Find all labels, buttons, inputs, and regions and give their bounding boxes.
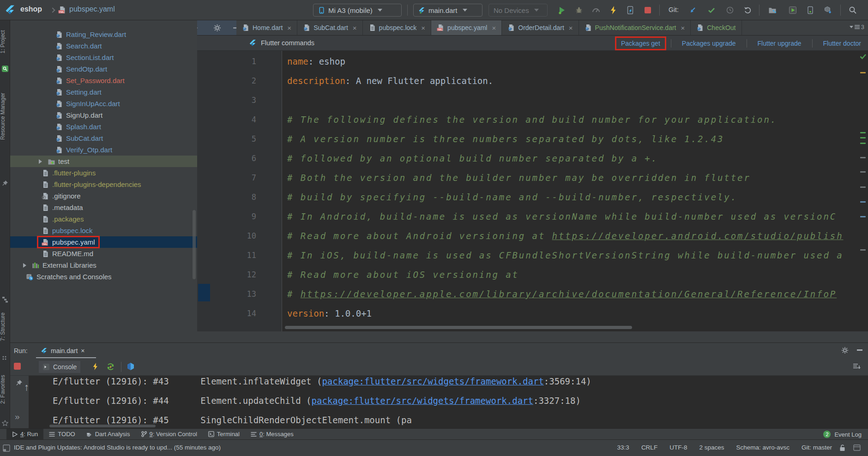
editor-tab[interactable]: SubCat.dart× bbox=[297, 20, 362, 35]
console-output[interactable]: E/flutter (12916): #43 Element.inflateWi… bbox=[29, 376, 868, 428]
code-link[interactable]: https://developer.apple.com/library/arch… bbox=[301, 289, 837, 299]
error-stripe-mark[interactable] bbox=[860, 72, 866, 73]
tree-item[interactable]: SubCat.dart bbox=[10, 132, 197, 144]
editor-tab[interactable]: YMLpubspec.yaml× bbox=[431, 20, 502, 35]
hot-reload-icon[interactable] bbox=[92, 362, 99, 371]
avd-manager-button[interactable] bbox=[823, 5, 833, 15]
tree-item[interactable]: Set_Password.dart bbox=[10, 75, 197, 86]
status-widget[interactable]: 2 spaces bbox=[699, 444, 724, 451]
tree-item[interactable]: Scratches and Consoles bbox=[10, 271, 197, 282]
close-icon[interactable]: × bbox=[353, 24, 357, 32]
error-stripe-mark[interactable] bbox=[860, 216, 866, 217]
tree-item[interactable]: Search.dart bbox=[10, 40, 197, 52]
stop-button[interactable] bbox=[14, 363, 21, 370]
stripe-favorites-icon[interactable] bbox=[2, 355, 8, 362]
error-stripe-mark[interactable] bbox=[860, 186, 866, 188]
resource-manager-icon[interactable] bbox=[2, 66, 8, 72]
editor-tab[interactable]: CheckOut bbox=[691, 20, 741, 35]
project-tree[interactable]: Rating_Review.dartSearch.dartSectionList… bbox=[10, 20, 197, 283]
search-everywhere-button[interactable] bbox=[848, 5, 858, 15]
tree-item[interactable]: External Libraries bbox=[10, 259, 197, 271]
tree-item[interactable]: SignUp.dart bbox=[10, 109, 197, 121]
gear-icon[interactable] bbox=[213, 24, 222, 32]
tree-item[interactable]: Verify_Otp.dart bbox=[10, 144, 197, 156]
tree-item[interactable]: YMLpubspec.yaml bbox=[10, 236, 197, 248]
hot-restart-icon[interactable] bbox=[106, 362, 115, 371]
error-stripe-mark[interactable] bbox=[860, 249, 866, 251]
close-icon[interactable]: × bbox=[681, 24, 685, 32]
scroll-to-end-icon[interactable] bbox=[852, 362, 861, 371]
stripe-pin-icon[interactable] bbox=[2, 180, 8, 186]
tree-item[interactable]: Setting.dart bbox=[10, 86, 197, 98]
breadcrumb-project[interactable]: eshop bbox=[20, 5, 42, 13]
close-icon[interactable]: × bbox=[81, 347, 84, 354]
tree-item[interactable]: .flutter-plugins bbox=[10, 167, 197, 179]
stack-trace-link[interactable]: package:flutter/src/widgets/framework.da… bbox=[322, 376, 543, 386]
profiler-button[interactable] bbox=[591, 5, 601, 15]
gear-icon[interactable] bbox=[841, 347, 849, 354]
stripe-star-icon[interactable] bbox=[2, 420, 8, 426]
run-button[interactable] bbox=[557, 5, 567, 15]
chevron-right-icon[interactable] bbox=[39, 159, 42, 164]
stack-trace-link[interactable]: package:flutter/src/widgets/framework.da… bbox=[312, 396, 533, 406]
console-tab[interactable]: Console bbox=[39, 361, 80, 373]
stripe-project-button[interactable]: 1: Project bbox=[0, 24, 11, 60]
run-anything-button[interactable] bbox=[788, 5, 798, 15]
status-widget[interactable]: 33:3 bbox=[617, 444, 629, 451]
tree-item[interactable]: .gitignore bbox=[10, 190, 197, 202]
status-message[interactable]: IDE and Plugin Updates: Android Studio i… bbox=[14, 444, 221, 451]
close-icon[interactable]: × bbox=[421, 24, 425, 32]
tree-item[interactable]: Splash.dart bbox=[10, 121, 197, 132]
hot-restart-button[interactable] bbox=[625, 5, 635, 15]
error-stripe-mark[interactable] bbox=[860, 171, 866, 173]
error-stripe-mark[interactable] bbox=[860, 143, 866, 144]
tool-window-button-dart-analysis[interactable]: Dart Analysis bbox=[81, 429, 136, 440]
debug-button[interactable] bbox=[574, 5, 584, 15]
tree-item[interactable]: pubspec.lock bbox=[10, 225, 197, 236]
hide-panel-icon[interactable] bbox=[857, 349, 862, 351]
error-stripe-mark[interactable] bbox=[860, 132, 866, 133]
flutter-action-link[interactable]: Flutter upgrade bbox=[753, 38, 806, 48]
flutter-action-link[interactable]: Packages get bbox=[617, 38, 664, 48]
git-commit-button[interactable] bbox=[706, 5, 717, 15]
editor-horizontal-scrollbar[interactable] bbox=[285, 326, 632, 329]
close-icon[interactable]: × bbox=[287, 24, 291, 32]
lock-icon[interactable] bbox=[839, 444, 846, 452]
tool-window-button-9-version-control[interactable]: 9: Version Control bbox=[136, 429, 203, 440]
more-options-chevrons[interactable]: » bbox=[15, 412, 20, 422]
rollback-button[interactable] bbox=[742, 5, 753, 15]
run-config-dropdown[interactable]: main.dart bbox=[413, 4, 482, 17]
stripe-favorites-button[interactable]: 2: Favorites bbox=[0, 366, 11, 414]
tool-window-switcher-icon[interactable] bbox=[3, 444, 10, 452]
code-link[interactable]: https://developer.android.com/studio/pub… bbox=[552, 231, 844, 241]
tree-scrollbar[interactable] bbox=[193, 210, 196, 279]
editor-tab[interactable]: Home.dart× bbox=[236, 20, 297, 35]
pin-icon[interactable] bbox=[16, 379, 23, 386]
tree-item[interactable]: SignInUpAcc.dart bbox=[10, 98, 197, 109]
stop-button[interactable] bbox=[643, 5, 653, 15]
flutter-action-link[interactable]: Flutter doctor bbox=[819, 38, 865, 48]
console-horizontal-scrollbar[interactable] bbox=[49, 425, 156, 427]
flutter-action-link[interactable]: Packages upgrade bbox=[678, 38, 740, 48]
stripe-resource-manager-button[interactable]: Resource Manager bbox=[0, 79, 11, 153]
tree-item[interactable]: SendOtp.dart bbox=[10, 63, 197, 75]
editor-error-stripe[interactable] bbox=[858, 51, 868, 331]
project-structure-button[interactable] bbox=[767, 5, 778, 15]
close-icon[interactable]: × bbox=[492, 24, 496, 32]
hot-reload-button[interactable] bbox=[609, 5, 619, 15]
tool-window-button-0-messages[interactable]: 0: Messages bbox=[245, 429, 299, 440]
breadcrumb-file[interactable]: pubspec.yaml bbox=[69, 5, 115, 13]
tool-window-button-todo[interactable]: TODO bbox=[43, 429, 80, 440]
status-widget[interactable]: UTF-8 bbox=[669, 444, 687, 451]
stripe-structure-button[interactable]: 7: Structure bbox=[0, 305, 11, 349]
editor-tab[interactable]: PushNotificationService.dart× bbox=[579, 20, 691, 35]
error-stripe-mark[interactable] bbox=[860, 201, 866, 203]
tool-window-button-4-run[interactable]: 4: Run bbox=[6, 429, 43, 440]
tree-item[interactable]: SectionList.dart bbox=[10, 52, 197, 63]
tree-item[interactable]: .metadata bbox=[10, 202, 197, 213]
history-button[interactable] bbox=[725, 5, 735, 15]
stripe-structure-icon[interactable] bbox=[2, 296, 8, 303]
chevron-right-icon[interactable] bbox=[23, 263, 26, 268]
target-devices-dropdown[interactable]: No Devices bbox=[488, 4, 548, 17]
tree-item[interactable]: README.md bbox=[10, 248, 197, 259]
